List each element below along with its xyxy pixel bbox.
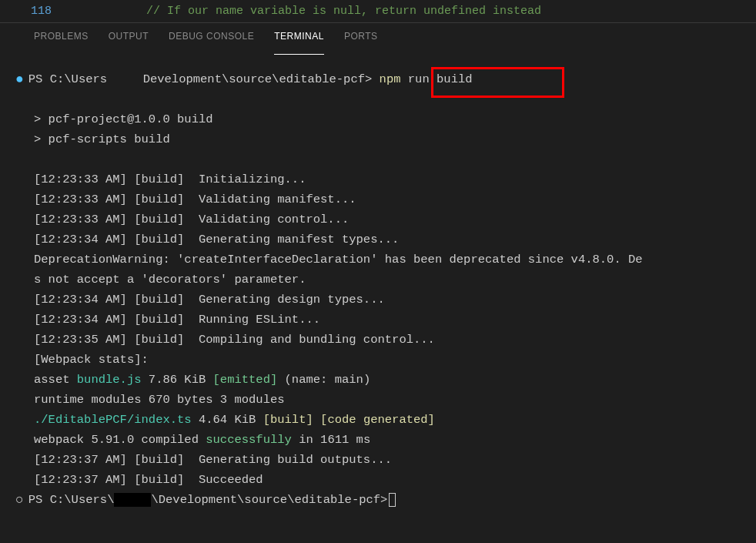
active-terminal-icon: ●: [15, 69, 24, 89]
terminal-line: ● PS C:\Users Development\source\editabl…: [34, 69, 722, 89]
prompt-path: Development\source\editable-pcf>: [107, 69, 372, 89]
terminal-line: webpack 5.91.0 compiled successfully in …: [34, 430, 722, 450]
tab-terminal[interactable]: TERMINAL: [274, 31, 324, 55]
terminal-bullet-icon: ○: [15, 490, 24, 510]
code-comment: // If our name variable is null, return …: [62, 5, 541, 18]
prompt-path: PS C:\Users: [28, 69, 107, 89]
terminal-line: [12:23:37 AM] [build] Succeeded: [34, 470, 722, 490]
terminal-line: [12:23:33 AM] [build] Validating control…: [34, 209, 722, 230]
terminal-line: runtime modules 670 bytes 3 modules: [34, 390, 722, 410]
terminal-panel[interactable]: ● PS C:\Users Development\source\editabl…: [0, 55, 756, 524]
terminal-line: [12:23:37 AM] [build] Generating build o…: [34, 450, 722, 470]
tab-ports[interactable]: PORTS: [344, 31, 378, 55]
terminal-line: [Webpack stats]:: [34, 350, 722, 370]
terminal-line: DeprecationWarning: 'createInterfaceDecl…: [34, 250, 722, 270]
terminal-line: [12:23:35 AM] [build] Compiling and bund…: [34, 330, 722, 350]
terminal-line: > pcf-scripts build: [34, 129, 722, 149]
terminal-line: [12:23:34 AM] [build] Generating manifes…: [34, 230, 722, 250]
tab-debug-console[interactable]: DEBUG CONSOLE: [169, 31, 254, 55]
command-npm: npm: [372, 69, 400, 89]
terminal-line: ○ PS C:\Users\ \Development\source\edita…: [34, 490, 722, 510]
terminal-line: [12:23:33 AM] [build] Initializing...: [34, 169, 722, 189]
command-args: run build: [401, 69, 473, 89]
line-number: 118: [0, 5, 62, 18]
tab-output[interactable]: OUTPUT: [109, 31, 149, 55]
terminal-line: ./EditablePCF/index.ts 4.64 KiB [built] …: [34, 410, 722, 430]
panel-tabs: PROBLEMS OUTPUT DEBUG CONSOLE TERMINAL P…: [0, 23, 756, 55]
prompt-path: PS C:\Users\: [28, 490, 115, 510]
terminal-cursor: [389, 493, 396, 507]
redacted-block: [114, 493, 151, 507]
terminal-line: [12:23:34 AM] [build] Generating design …: [34, 290, 722, 310]
editor-line: 118 // If our name variable is null, ret…: [0, 0, 756, 23]
prompt-path: \Development\source\editable-pcf>: [151, 490, 387, 510]
terminal-line: s not accept a 'decorators' parameter.: [34, 270, 722, 290]
terminal-line: > pcf-project@1.0.0 build: [34, 109, 722, 129]
terminal-line: [12:23:34 AM] [build] Running ESLint...: [34, 310, 722, 330]
tab-problems[interactable]: PROBLEMS: [34, 31, 89, 55]
terminal-line: [12:23:33 AM] [build] Validating manifes…: [34, 189, 722, 209]
terminal-line: asset bundle.js 7.86 KiB [emitted] (name…: [34, 370, 722, 390]
